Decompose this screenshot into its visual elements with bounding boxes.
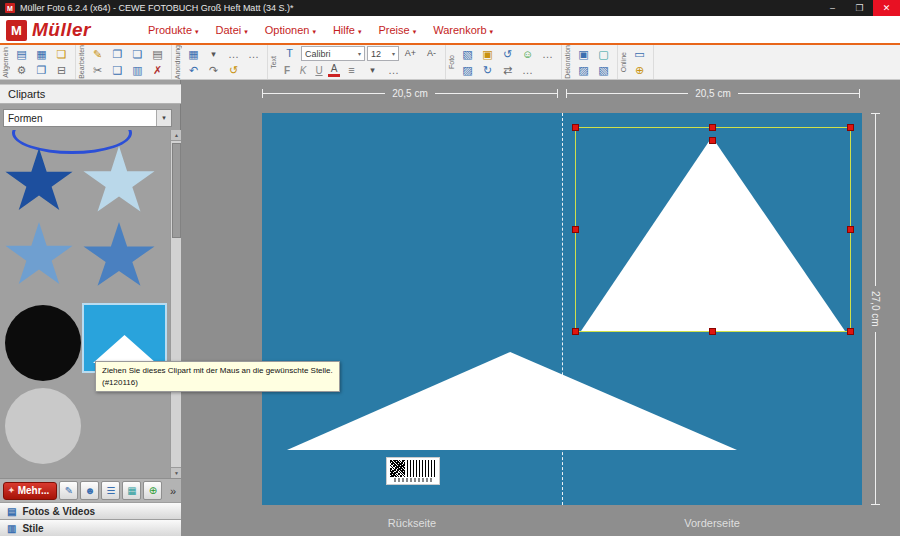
settings-gear-icon[interactable]: ⚙ bbox=[12, 62, 31, 78]
selection-box[interactable] bbox=[575, 127, 851, 332]
resize-handle-top-center[interactable] bbox=[709, 124, 716, 131]
shrink-font-button[interactable]: A- bbox=[422, 46, 441, 62]
globe-icon[interactable]: ⊕ bbox=[143, 481, 162, 500]
more-icon[interactable]: … bbox=[538, 46, 557, 62]
menu-preise[interactable]: Preise▾ bbox=[378, 24, 416, 36]
undo-icon[interactable]: ↶ bbox=[184, 62, 203, 78]
page-spread[interactable] bbox=[262, 113, 862, 505]
delete-icon[interactable]: ✗ bbox=[148, 62, 167, 78]
menu-hilfe[interactable]: Hilfe▾ bbox=[333, 24, 362, 36]
pages-grid-icon[interactable]: ▦ bbox=[184, 46, 203, 62]
font-size-select[interactable]: 12 ▾ bbox=[367, 46, 399, 61]
resize-handle-middle-right[interactable] bbox=[847, 226, 854, 233]
frame-icon[interactable]: ▣ bbox=[574, 46, 593, 62]
star-clipart-dark-blue[interactable] bbox=[4, 148, 74, 216]
cut-icon[interactable]: ✂ bbox=[88, 62, 107, 78]
textbox-icon[interactable]: T bbox=[280, 46, 299, 62]
ellipse-outline-clipart[interactable] bbox=[12, 130, 132, 154]
resize-handle-top-right[interactable] bbox=[847, 124, 854, 131]
undo-dropdown-icon[interactable]: ▾ bbox=[204, 46, 223, 62]
expand-chevron-icon[interactable]: » bbox=[170, 485, 178, 497]
align-button[interactable]: ≡ bbox=[342, 63, 361, 79]
rotate-left-icon[interactable]: ↺ bbox=[498, 46, 517, 62]
panel-stile[interactable]: ▥ Stile bbox=[0, 519, 181, 536]
calendar-icon[interactable]: ▦ bbox=[122, 481, 141, 500]
rotate-right-icon[interactable]: ↻ bbox=[478, 62, 497, 78]
ruler-top-right: 20,5 cm bbox=[566, 86, 860, 100]
overflow-icon[interactable]: … bbox=[518, 62, 537, 78]
folder-icon[interactable]: ❏ bbox=[52, 46, 71, 62]
maximize-button[interactable]: ❐ bbox=[846, 0, 873, 16]
resize-handle-bottom-right[interactable] bbox=[847, 328, 854, 335]
italic-button[interactable]: K bbox=[296, 65, 310, 76]
clipart-category-select[interactable]: Formen ▾ bbox=[3, 109, 172, 127]
clipart-scrollbar[interactable]: ▲ ▼ bbox=[170, 130, 181, 478]
draw-tools-icon[interactable]: ✎ bbox=[59, 481, 78, 500]
star-clipart-steel-blue[interactable] bbox=[82, 222, 156, 292]
title-bar: M Müller Foto 6.2.4 (x64) - CEWE FOTOBUC… bbox=[0, 0, 900, 16]
redo-icon[interactable]: ↷ bbox=[204, 62, 223, 78]
edit-pencil-icon[interactable]: ✎ bbox=[88, 46, 107, 62]
scroll-down-button[interactable]: ▼ bbox=[171, 467, 181, 478]
photo-stack-icon[interactable]: ▤ bbox=[12, 46, 31, 62]
clipboard-icon[interactable]: ▥ bbox=[128, 62, 147, 78]
chevron-down-icon[interactable]: ▾ bbox=[363, 63, 382, 79]
font-color-button[interactable]: A bbox=[328, 64, 340, 77]
panel-fotos-videos[interactable]: ▤ Fotos & Videos bbox=[0, 502, 181, 519]
dekoration-icons: ▣ ▨ ▢ ▧ bbox=[574, 46, 613, 78]
star-clipart-pale-blue[interactable] bbox=[82, 146, 156, 218]
apex-handle[interactable] bbox=[709, 137, 716, 144]
mehr-button[interactable]: ✦ Mehr... bbox=[3, 482, 57, 500]
history-icon[interactable]: ↺ bbox=[224, 62, 243, 78]
grow-font-button[interactable]: A+ bbox=[401, 46, 420, 62]
close-button[interactable]: ✕ bbox=[873, 0, 900, 16]
grid-icon[interactable]: ▦ bbox=[32, 46, 51, 62]
brand-logo[interactable]: M Müller bbox=[6, 18, 91, 42]
duplicate-icon[interactable]: ❑ bbox=[108, 62, 127, 78]
scrollbar-thumb[interactable] bbox=[172, 143, 181, 238]
print-icon[interactable]: ⊟ bbox=[52, 62, 71, 78]
border-icon[interactable]: ▢ bbox=[594, 46, 613, 62]
monitor-icon[interactable]: ▭ bbox=[630, 46, 649, 62]
resize-handle-middle-left[interactable] bbox=[572, 226, 579, 233]
people-icon[interactable]: ☻ bbox=[80, 481, 99, 500]
layout-icon[interactable]: ❐ bbox=[32, 62, 51, 78]
underline-button[interactable]: U bbox=[312, 65, 326, 76]
globe-icon[interactable]: ⊕ bbox=[630, 62, 649, 78]
toolbar-group-foto: Foto ▧ ▨ ▣ ↻ ↺ ⇄ ☺ … … bbox=[446, 45, 562, 79]
overflow-icon[interactable]: … bbox=[244, 46, 263, 62]
circle-clipart-black[interactable] bbox=[5, 305, 81, 381]
circle-clipart-gray[interactable] bbox=[5, 388, 81, 464]
text-more-button[interactable]: … bbox=[384, 63, 403, 79]
photo-fill-icon[interactable]: ▨ bbox=[458, 62, 477, 78]
photo-frame-icon[interactable]: ▣ bbox=[478, 46, 497, 62]
font-family-select[interactable]: Calibri ▾ bbox=[301, 46, 365, 61]
scroll-up-button[interactable]: ▲ bbox=[171, 130, 181, 141]
minimize-button[interactable]: – bbox=[819, 0, 846, 16]
more-icon[interactable]: … bbox=[224, 46, 243, 62]
clipart-tooltip: Ziehen Sie dieses Clipart mit der Maus a… bbox=[95, 361, 340, 392]
smiley-icon[interactable]: ☺ bbox=[518, 46, 537, 62]
photo-edit-icon[interactable]: ▧ bbox=[458, 46, 477, 62]
ruler-line bbox=[738, 93, 859, 94]
notes-icon[interactable]: ▤ bbox=[148, 46, 167, 62]
group-label-allgemein: Allgemein bbox=[2, 47, 9, 78]
mask-icon[interactable]: ▧ bbox=[594, 62, 613, 78]
resize-handle-bottom-center[interactable] bbox=[709, 328, 716, 335]
menu-produkte[interactable]: Produkte▾ bbox=[148, 24, 199, 36]
bold-button[interactable]: F bbox=[280, 65, 294, 76]
sidebar-header: Cliparts bbox=[0, 84, 181, 104]
paste-icon[interactable]: ❏ bbox=[128, 46, 147, 62]
menu-datei[interactable]: Datei▾ bbox=[216, 24, 248, 36]
resize-handle-top-left[interactable] bbox=[572, 124, 579, 131]
triangle-object-back-page[interactable] bbox=[287, 352, 737, 450]
list-icon[interactable]: ☰ bbox=[101, 481, 120, 500]
menu-optionen[interactable]: Optionen▾ bbox=[265, 24, 316, 36]
resize-handle-bottom-left[interactable] bbox=[572, 328, 579, 335]
copy-icon[interactable]: ❐ bbox=[108, 46, 127, 62]
swap-icon[interactable]: ⇄ bbox=[498, 62, 517, 78]
barcode-caption bbox=[394, 478, 432, 482]
star-clipart-medium-blue[interactable] bbox=[4, 222, 74, 290]
pattern-icon[interactable]: ▨ bbox=[574, 62, 593, 78]
menu-warenkorb[interactable]: Warenkorb▾ bbox=[433, 24, 493, 36]
